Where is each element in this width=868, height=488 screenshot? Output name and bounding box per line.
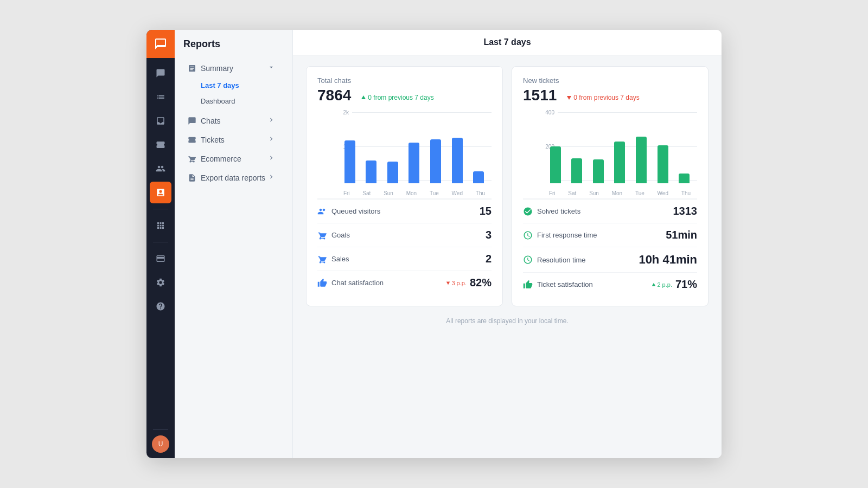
stats-goals: Goals 3 <box>317 223 492 247</box>
chevron-right-icon-3 <box>267 154 279 163</box>
new-tickets-title: New tickets <box>523 76 697 85</box>
bar-Thu <box>473 171 484 183</box>
ticket-satisfaction-value: 2 p.p. 71% <box>652 278 697 291</box>
chat-satisfaction-value: 3 p.p. 82% <box>446 277 492 289</box>
sidebar-sub-item-dashboard[interactable]: Dashboard <box>179 93 288 109</box>
bar-Mon <box>409 143 419 183</box>
nav-apps-icon[interactable] <box>150 215 171 236</box>
total-chats-value: 7864 <box>317 87 351 104</box>
nav-divider-3 <box>153 429 168 430</box>
bar-tickets-Sun <box>593 159 604 183</box>
nav-divider-1 <box>153 209 168 209</box>
bar-tickets-Wed <box>658 145 668 183</box>
nav-list-icon[interactable] <box>150 86 171 108</box>
sidebar-section-summary: Summary Last 7 days Dashboard <box>175 59 292 109</box>
resolution-value: 10h 41min <box>639 253 697 267</box>
cards-row: Total chats 7864 0 from previous 7 days … <box>306 66 709 306</box>
stats-solved: Solved tickets 1313 <box>523 199 697 223</box>
svg-marker-0 <box>361 95 366 99</box>
first-response-value: 51min <box>666 229 697 241</box>
sidebar-sub-item-last7days[interactable]: Last 7 days <box>179 78 288 93</box>
nav-help-icon[interactable] <box>150 296 171 317</box>
chevron-right-icon <box>267 116 279 125</box>
bar-tickets-Thu <box>679 174 690 183</box>
queued-value: 15 <box>480 205 492 217</box>
bar-Fri <box>344 140 355 183</box>
blue-labels-row: FriSatSunMonTueWedThu <box>337 190 492 196</box>
nav-team-icon[interactable] <box>150 158 171 179</box>
solved-value: 1313 <box>673 205 698 217</box>
nav-chat-icon[interactable] <box>150 62 171 84</box>
new-tickets-change: 0 from previous 7 days <box>566 94 639 101</box>
nav-icons <box>150 58 171 426</box>
bar-tickets-Sat <box>571 158 582 183</box>
sidebar-item-ecommerce[interactable]: Ecommerce <box>179 149 288 168</box>
nav-divider-2 <box>153 242 168 242</box>
total-chats-card: Total chats 7864 0 from previous 7 days … <box>306 66 503 306</box>
total-chats-chart: 2k 1k 0 FriSatSunMonTueWedThu <box>317 110 492 196</box>
sidebar-item-tickets[interactable]: Tickets <box>179 130 288 149</box>
bar-tickets-Mon <box>614 142 625 183</box>
avatar[interactable]: U <box>152 435 169 453</box>
sidebar-item-export[interactable]: Export data reports <box>179 168 288 187</box>
svg-marker-2 <box>567 96 571 100</box>
svg-marker-1 <box>446 281 450 285</box>
bar-tickets-Tue <box>636 137 647 183</box>
stats-ticket-satisfaction: Ticket satisfaction 2 p.p. 71% <box>523 272 697 296</box>
nav-settings-icon[interactable] <box>150 272 171 293</box>
bar-tickets-Fri <box>550 146 561 183</box>
sidebar-item-chats[interactable]: Chats <box>179 111 288 130</box>
main-header: Last 7 days <box>293 30 722 55</box>
stats-queued: Queued visitors 15 <box>317 199 492 223</box>
new-tickets-chart: 400 200 0 FriSatSunMonTueWedThu <box>523 110 697 196</box>
bar-Sat <box>366 160 376 183</box>
new-tickets-value: 1511 <box>523 87 557 104</box>
bar-Wed <box>452 138 463 183</box>
svg-marker-3 <box>652 282 655 286</box>
chevron-down-icon <box>267 63 279 73</box>
nav-reports-icon[interactable] <box>150 182 171 203</box>
sidebar-item-summary[interactable]: Summary <box>179 59 288 78</box>
chevron-right-icon-2 <box>267 135 279 144</box>
footer-note: All reports are displayed in your local … <box>306 317 709 325</box>
stats-sales: Sales 2 <box>317 247 492 271</box>
left-nav: U <box>146 30 175 458</box>
sidebar-title: Reports <box>175 38 292 59</box>
chevron-right-icon-4 <box>267 173 279 182</box>
bar-Sun <box>387 162 398 183</box>
green-bars-area <box>542 110 697 183</box>
main-content: Last 7 days Total chats 7864 0 from prev… <box>293 30 722 458</box>
green-labels-row: FriSatSunMonTueWedThu <box>542 190 697 196</box>
nav-logo[interactable] <box>146 30 175 58</box>
stats-first-response: First response time 51min <box>523 223 697 247</box>
total-chats-change: 0 from previous 7 days <box>361 94 433 101</box>
stats-resolution: Resolution time 10h 41min <box>523 247 697 272</box>
nav-ticket-icon[interactable] <box>150 134 171 156</box>
sales-value: 2 <box>486 253 492 265</box>
total-chats-title: Total chats <box>317 76 492 85</box>
blue-bars-area <box>337 110 492 183</box>
app-window: U Reports Summary Last 7 days Dashboard … <box>146 30 722 458</box>
nav-bottom: U <box>152 426 169 458</box>
nav-inbox-icon[interactable] <box>150 110 171 132</box>
bar-Tue <box>430 139 441 183</box>
nav-billing-icon[interactable] <box>150 248 171 269</box>
new-tickets-card: New tickets 1511 0 from previous 7 days … <box>512 66 709 306</box>
goals-value: 3 <box>486 229 492 241</box>
stats-chat-satisfaction: Chat satisfaction 3 p.p. 82% <box>317 271 492 294</box>
sidebar: Reports Summary Last 7 days Dashboard Ch… <box>175 30 293 458</box>
